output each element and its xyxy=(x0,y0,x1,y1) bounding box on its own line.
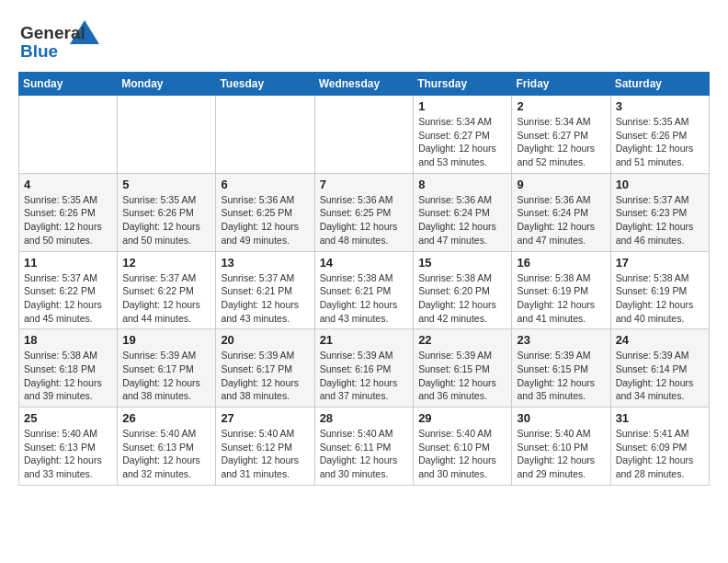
day-number: 7 xyxy=(320,178,409,191)
calendar-cell: 17Sunrise: 5:38 AM Sunset: 6:19 PM Dayli… xyxy=(610,251,709,329)
day-info: Sunrise: 5:41 AM Sunset: 6:09 PM Dayligh… xyxy=(616,427,704,481)
calendar-week-2: 4Sunrise: 5:35 AM Sunset: 6:26 PM Daylig… xyxy=(19,173,710,251)
day-info: Sunrise: 5:34 AM Sunset: 6:27 PM Dayligh… xyxy=(418,115,506,169)
day-number: 16 xyxy=(517,256,605,270)
calendar-cell: 11Sunrise: 5:37 AM Sunset: 6:22 PM Dayli… xyxy=(19,251,118,329)
calendar-dow-tuesday: Tuesday xyxy=(216,73,314,96)
calendar-cell: 26Sunrise: 5:40 AM Sunset: 6:13 PM Dayli… xyxy=(118,408,216,486)
calendar-week-1: 1Sunrise: 5:34 AM Sunset: 6:27 PM Daylig… xyxy=(19,96,710,174)
day-info: Sunrise: 5:37 AM Sunset: 6:23 PM Dayligh… xyxy=(616,193,704,247)
day-info: Sunrise: 5:35 AM Sunset: 6:26 PM Dayligh… xyxy=(122,193,210,247)
day-info: Sunrise: 5:40 AM Sunset: 6:13 PM Dayligh… xyxy=(122,427,210,481)
day-number: 4 xyxy=(24,178,112,191)
calendar-cell: 1Sunrise: 5:34 AM Sunset: 6:27 PM Daylig… xyxy=(414,96,512,174)
day-info: Sunrise: 5:39 AM Sunset: 6:15 PM Dayligh… xyxy=(517,349,605,403)
day-info: Sunrise: 5:36 AM Sunset: 6:24 PM Dayligh… xyxy=(517,193,605,247)
day-info: Sunrise: 5:36 AM Sunset: 6:24 PM Dayligh… xyxy=(418,193,506,247)
calendar-cell: 31Sunrise: 5:41 AM Sunset: 6:09 PM Dayli… xyxy=(610,408,709,486)
calendar-dow-monday: Monday xyxy=(118,73,216,96)
day-info: Sunrise: 5:38 AM Sunset: 6:19 PM Dayligh… xyxy=(616,271,704,326)
calendar-cell: 3Sunrise: 5:35 AM Sunset: 6:26 PM Daylig… xyxy=(610,96,709,174)
day-info: Sunrise: 5:39 AM Sunset: 6:14 PM Dayligh… xyxy=(616,349,704,403)
calendar-cell xyxy=(216,96,314,174)
day-number: 26 xyxy=(122,411,210,425)
day-info: Sunrise: 5:35 AM Sunset: 6:26 PM Dayligh… xyxy=(616,115,704,169)
day-number: 14 xyxy=(320,256,409,270)
day-number: 17 xyxy=(616,256,704,270)
day-number: 20 xyxy=(221,333,309,347)
day-number: 6 xyxy=(221,178,309,191)
day-info: Sunrise: 5:37 AM Sunset: 6:22 PM Dayligh… xyxy=(24,271,112,326)
day-number: 5 xyxy=(122,178,210,191)
day-info: Sunrise: 5:40 AM Sunset: 6:11 PM Dayligh… xyxy=(320,427,409,481)
calendar-week-3: 11Sunrise: 5:37 AM Sunset: 6:22 PM Dayli… xyxy=(19,251,710,329)
calendar-cell: 13Sunrise: 5:37 AM Sunset: 6:21 PM Dayli… xyxy=(216,251,314,329)
calendar-header-row: SundayMondayTuesdayWednesdayThursdayFrid… xyxy=(19,73,710,96)
day-info: Sunrise: 5:39 AM Sunset: 6:17 PM Dayligh… xyxy=(122,349,210,403)
calendar-cell: 6Sunrise: 5:36 AM Sunset: 6:25 PM Daylig… xyxy=(216,173,314,251)
day-info: Sunrise: 5:35 AM Sunset: 6:26 PM Dayligh… xyxy=(24,193,112,247)
calendar-cell: 19Sunrise: 5:39 AM Sunset: 6:17 PM Dayli… xyxy=(118,329,216,408)
day-number: 13 xyxy=(221,256,309,270)
day-number: 27 xyxy=(221,411,309,425)
calendar-week-5: 25Sunrise: 5:40 AM Sunset: 6:13 PM Dayli… xyxy=(19,408,710,486)
day-info: Sunrise: 5:38 AM Sunset: 6:19 PM Dayligh… xyxy=(517,271,605,326)
page-header: GeneralBlue xyxy=(18,18,710,63)
calendar-dow-wednesday: Wednesday xyxy=(314,73,414,96)
day-number: 8 xyxy=(418,178,506,191)
day-info: Sunrise: 5:37 AM Sunset: 6:21 PM Dayligh… xyxy=(221,271,309,326)
day-number: 31 xyxy=(616,411,704,425)
day-number: 28 xyxy=(320,411,409,425)
calendar-cell xyxy=(19,96,118,174)
day-number: 2 xyxy=(517,99,605,113)
day-number: 23 xyxy=(517,333,605,347)
day-info: Sunrise: 5:39 AM Sunset: 6:17 PM Dayligh… xyxy=(221,349,309,403)
calendar-cell: 10Sunrise: 5:37 AM Sunset: 6:23 PM Dayli… xyxy=(610,173,709,251)
calendar-cell: 20Sunrise: 5:39 AM Sunset: 6:17 PM Dayli… xyxy=(216,329,314,408)
calendar-cell: 14Sunrise: 5:38 AM Sunset: 6:21 PM Dayli… xyxy=(314,251,414,329)
calendar-cell: 4Sunrise: 5:35 AM Sunset: 6:26 PM Daylig… xyxy=(19,173,118,251)
calendar-cell: 24Sunrise: 5:39 AM Sunset: 6:14 PM Dayli… xyxy=(610,329,709,408)
calendar-cell: 12Sunrise: 5:37 AM Sunset: 6:22 PM Dayli… xyxy=(118,251,216,329)
day-number: 22 xyxy=(418,333,506,347)
day-info: Sunrise: 5:36 AM Sunset: 6:25 PM Dayligh… xyxy=(221,193,309,247)
calendar-cell: 7Sunrise: 5:36 AM Sunset: 6:25 PM Daylig… xyxy=(314,173,414,251)
day-info: Sunrise: 5:40 AM Sunset: 6:10 PM Dayligh… xyxy=(517,427,605,481)
day-number: 12 xyxy=(122,256,210,270)
day-number: 15 xyxy=(418,256,506,270)
calendar-cell: 25Sunrise: 5:40 AM Sunset: 6:13 PM Dayli… xyxy=(19,408,118,486)
day-number: 19 xyxy=(122,333,210,347)
calendar-cell: 23Sunrise: 5:39 AM Sunset: 6:15 PM Dayli… xyxy=(512,329,610,408)
day-info: Sunrise: 5:38 AM Sunset: 6:20 PM Dayligh… xyxy=(418,271,506,326)
logo-icon: GeneralBlue xyxy=(18,18,101,63)
day-info: Sunrise: 5:38 AM Sunset: 6:21 PM Dayligh… xyxy=(320,271,409,326)
calendar-cell xyxy=(314,96,414,174)
calendar-cell: 21Sunrise: 5:39 AM Sunset: 6:16 PM Dayli… xyxy=(314,329,414,408)
calendar-dow-sunday: Sunday xyxy=(19,73,118,96)
day-number: 9 xyxy=(517,178,605,191)
calendar-table: SundayMondayTuesdayWednesdayThursdayFrid… xyxy=(18,72,710,486)
calendar-cell xyxy=(118,96,216,174)
calendar-cell: 29Sunrise: 5:40 AM Sunset: 6:10 PM Dayli… xyxy=(414,408,512,486)
svg-text:Blue: Blue xyxy=(20,41,58,61)
calendar-cell: 18Sunrise: 5:38 AM Sunset: 6:18 PM Dayli… xyxy=(19,329,118,408)
calendar-cell: 27Sunrise: 5:40 AM Sunset: 6:12 PM Dayli… xyxy=(216,408,314,486)
calendar-cell: 9Sunrise: 5:36 AM Sunset: 6:24 PM Daylig… xyxy=(512,173,610,251)
day-info: Sunrise: 5:34 AM Sunset: 6:27 PM Dayligh… xyxy=(517,115,605,169)
day-info: Sunrise: 5:40 AM Sunset: 6:12 PM Dayligh… xyxy=(221,427,309,481)
day-number: 30 xyxy=(517,411,605,425)
calendar-cell: 22Sunrise: 5:39 AM Sunset: 6:15 PM Dayli… xyxy=(414,329,512,408)
day-number: 18 xyxy=(24,333,112,347)
calendar-cell: 28Sunrise: 5:40 AM Sunset: 6:11 PM Dayli… xyxy=(314,408,414,486)
day-info: Sunrise: 5:36 AM Sunset: 6:25 PM Dayligh… xyxy=(320,193,409,247)
day-number: 1 xyxy=(418,99,506,113)
calendar-dow-thursday: Thursday xyxy=(414,73,512,96)
logo: GeneralBlue xyxy=(18,18,101,63)
calendar-cell: 8Sunrise: 5:36 AM Sunset: 6:24 PM Daylig… xyxy=(414,173,512,251)
day-number: 11 xyxy=(24,256,112,270)
calendar-cell: 16Sunrise: 5:38 AM Sunset: 6:19 PM Dayli… xyxy=(512,251,610,329)
day-number: 29 xyxy=(418,411,506,425)
calendar-cell: 30Sunrise: 5:40 AM Sunset: 6:10 PM Dayli… xyxy=(512,408,610,486)
calendar-dow-friday: Friday xyxy=(512,73,610,96)
day-number: 10 xyxy=(616,178,704,191)
